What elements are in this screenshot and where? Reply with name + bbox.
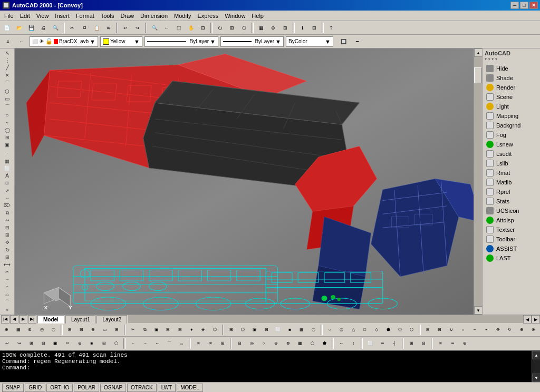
fog-item[interactable]: Fog: [484, 130, 539, 140]
assist-item[interactable]: ASSIST: [484, 244, 539, 253]
bt-snap-btn[interactable]: ⊕: [1, 324, 12, 336]
insert-button[interactable]: ⊞: [2, 134, 13, 141]
bt2-28[interactable]: ↕: [348, 338, 359, 349]
mirror-button[interactable]: ⇔: [2, 217, 13, 224]
hscroll-left[interactable]: ◀: [523, 315, 532, 324]
tab-nav-first[interactable]: |◀: [1, 315, 9, 324]
array-button[interactable]: ⊞: [2, 232, 13, 239]
viewpoint-button[interactable]: ⊞: [226, 22, 238, 34]
plotstyle-dropdown-icon[interactable]: ▼: [325, 38, 331, 45]
zoom-window[interactable]: ⬚: [173, 22, 185, 34]
perspective-button[interactable]: ⬡: [238, 22, 250, 34]
bt2-26[interactable]: ⬟: [319, 338, 330, 349]
lwt-button-status[interactable]: LWT: [158, 384, 176, 392]
explode-button[interactable]: ✳: [2, 307, 13, 313]
bt-group5[interactable]: ⊞: [111, 324, 122, 336]
plot-style-manage[interactable]: 🔲: [338, 36, 349, 47]
menu-tools[interactable]: Tools: [98, 12, 118, 20]
bt-view8[interactable]: ◌: [307, 324, 319, 336]
bt2-24[interactable]: ▦: [294, 338, 306, 349]
bt-solid5[interactable]: ◇: [371, 324, 382, 336]
bt-view4[interactable]: ⊟: [261, 324, 272, 336]
command-input-row[interactable]: Command:: [2, 365, 538, 371]
polygon-button[interactable]: ⬡: [2, 88, 13, 95]
open-button[interactable]: 📂: [13, 22, 25, 34]
bt-mod10[interactable]: ⊗: [528, 324, 539, 336]
layers-button[interactable]: ≡: [2, 36, 14, 47]
bt2-4[interactable]: ⊟: [37, 338, 49, 349]
help-button[interactable]: ?: [325, 22, 337, 34]
tab-layout1[interactable]: Layout1: [65, 315, 96, 324]
bt-mod8[interactable]: ↻: [504, 324, 515, 336]
tab-layout2[interactable]: Layout2: [97, 315, 127, 324]
tolerance-button[interactable]: ⊞: [2, 180, 13, 187]
menu-modify[interactable]: Modify: [171, 12, 194, 20]
bt2-2[interactable]: ↪: [13, 338, 25, 349]
bt2-7[interactable]: ⊕: [74, 338, 85, 349]
bt-solid4[interactable]: □: [359, 324, 370, 336]
arc-button[interactable]: ⌒: [2, 103, 13, 111]
toolbar-item[interactable]: Toolbar: [484, 234, 539, 244]
polar-button-status[interactable]: POLAR: [74, 384, 99, 392]
vscroll-up-button[interactable]: ▲: [474, 48, 482, 57]
rotate-button[interactable]: ↻: [2, 247, 13, 253]
bt-grid-btn[interactable]: ▦: [13, 324, 24, 336]
menu-dimension[interactable]: Dimension: [137, 12, 171, 20]
rpref-item[interactable]: Rpref: [484, 187, 539, 197]
bt-solid8[interactable]: ⬡: [406, 324, 417, 336]
tab-nav-prev[interactable]: ◀: [10, 315, 18, 324]
matchprop-button[interactable]: ≋: [103, 22, 114, 34]
bt-edit3[interactable]: ▣: [151, 324, 162, 336]
light-item[interactable]: Light: [484, 102, 539, 111]
viewport-vscrollbar[interactable]: ▲ ▼: [474, 48, 482, 315]
chamfer-button[interactable]: ⌓: [2, 291, 13, 298]
close-button[interactable]: ✕: [529, 2, 538, 9]
cmd-scrollbar[interactable]: ▲ ▼: [532, 351, 540, 382]
attdisp-item[interactable]: Attdisp: [484, 215, 539, 225]
bt2-30[interactable]: ━: [377, 338, 388, 349]
extend-button[interactable]: →: [2, 276, 13, 283]
ucsicon-item[interactable]: UCSicon: [484, 206, 539, 215]
backgrnd-item[interactable]: Backgrnd: [484, 121, 539, 130]
model-button-status[interactable]: MODEL: [177, 384, 203, 392]
menu-help[interactable]: Help: [248, 12, 267, 20]
command-input-field[interactable]: [30, 365, 538, 371]
redo-button[interactable]: ↪: [132, 22, 143, 34]
bt-solid1[interactable]: ○: [324, 324, 335, 336]
aerial-view[interactable]: ⊟: [197, 22, 209, 34]
cmd-scroll-down[interactable]: ▼: [532, 374, 540, 382]
vscroll-down-button[interactable]: ▼: [474, 306, 482, 315]
bt-mod9[interactable]: ⊕: [516, 324, 527, 336]
bt-mod7[interactable]: ✥: [493, 324, 504, 336]
textscr-item[interactable]: Textscr: [484, 225, 539, 234]
bt-mod3[interactable]: ∪: [446, 324, 457, 336]
bt2-29[interactable]: ⬜: [364, 338, 376, 349]
cut-button[interactable]: ✂: [66, 22, 78, 34]
bt-group2[interactable]: ⊟: [76, 324, 87, 336]
bt2-11[interactable]: ←: [127, 338, 139, 349]
bt-mod1[interactable]: ⊞: [422, 324, 433, 336]
menu-file[interactable]: File: [1, 12, 17, 20]
hscroll-track[interactable]: [128, 315, 523, 323]
bt-edit8[interactable]: ⬡: [209, 324, 220, 336]
layer-prev-button[interactable]: ←: [16, 36, 27, 47]
bt-group1[interactable]: ⊞: [64, 324, 75, 336]
viewport[interactable]: X Y ▲ ▼: [15, 48, 482, 315]
lineweight-combo[interactable]: ByLayer ▼: [220, 36, 284, 47]
color-combo[interactable]: Yellow ▼: [100, 36, 142, 47]
bt-view6[interactable]: ■: [284, 324, 295, 336]
lineweight-toggle[interactable]: ━: [351, 36, 363, 47]
mtext-button[interactable]: A: [2, 172, 13, 179]
bt2-33[interactable]: ⊟: [418, 338, 429, 349]
bt2-5[interactable]: ▣: [50, 338, 61, 349]
bt-solid2[interactable]: ◎: [336, 324, 347, 336]
menu-window[interactable]: Window: [221, 12, 248, 20]
properties-button[interactable]: ℹ: [296, 22, 308, 34]
xline-button[interactable]: ✕: [2, 72, 13, 79]
bt-view2[interactable]: ⬡: [237, 324, 248, 336]
bt-edit7[interactable]: ◈: [198, 324, 209, 336]
bt2-9[interactable]: ⊟: [98, 338, 110, 349]
bt-mod2[interactable]: ⊟: [434, 324, 445, 336]
select-similar-button[interactable]: ⋮: [2, 57, 13, 64]
grid-button[interactable]: ▦: [255, 22, 267, 34]
